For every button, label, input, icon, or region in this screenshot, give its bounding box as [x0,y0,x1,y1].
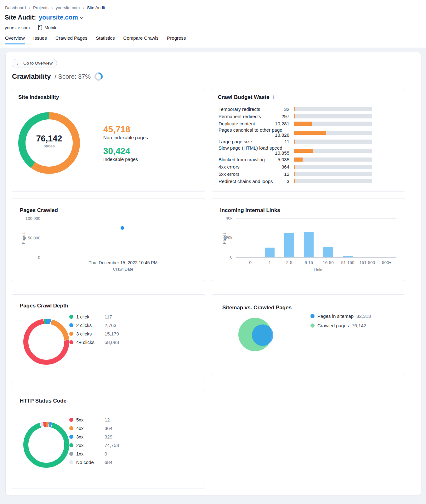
x-axis-tick: 0 [241,260,260,265]
budget-bar-fill [294,172,295,176]
budget-row-line: 5xx errors12 [219,171,289,177]
budget-bar-track [294,158,372,162]
x-axis-line [45,258,202,258]
budget-row-label: 5xx errors [219,171,284,177]
breadcrumb-separator-icon: › [51,6,53,10]
y-axis-tick: 0 [217,255,232,260]
tab-statistics[interactable]: Statistics [96,35,115,44]
budget-row: Temporary redirects32 [219,106,399,113]
legend-item: 1xx0 [69,450,119,457]
legend-dot-icon [69,315,73,319]
budget-row-line: Temporary redirects32 [219,106,289,112]
legend-item: 4+ clicks58,083 [69,339,119,345]
tab-progress[interactable]: Progress [167,35,186,44]
x-axis-line [236,257,396,258]
legend-value: 684 [105,460,112,465]
legend-value: 329 [105,434,112,439]
site-audit-crawlability-page: Dashboard›Projects›yoursite.com›Site Aud… [0,0,426,504]
legend-label: 4xx [76,426,105,431]
left-arrow-icon: ← [16,60,21,66]
budget-row-text: Slow page (HTML) load speed10,855 [219,146,289,156]
legend-dot-icon [69,323,73,327]
budget-row-value: 18,828 [219,133,289,138]
y-axis-tick: 40k [217,216,232,220]
budget-row-line: 4xx errors364 [219,164,289,169]
budget-row-value: 10,281 [275,121,289,126]
legend-value: 117 [105,314,112,319]
info-icon[interactable]: i [273,94,274,100]
budget-bar-track [294,140,372,144]
budget-bar-fill [294,179,295,183]
x-axis-label: Crawl Date [45,267,202,272]
budget-row-line: Duplicate content10,281 [219,121,289,126]
legend-dot-icon [69,418,73,422]
tab-bar: OverviewIssuesCrawled PagesStatisticsCom… [5,35,186,44]
mobile-phone-icon [38,25,42,30]
budget-row-value: 11 [284,139,289,144]
total-pages-unit: pages [18,144,80,148]
tab-issues[interactable]: Issues [33,35,47,44]
budget-row-line: Redirect chains and loops3 [219,179,289,184]
budget-row-text: Large page size11 [219,139,289,144]
budget-row-text: Duplicate content10,281 [219,121,289,126]
legend-dot-icon [69,452,73,456]
indexable-label: Indexable pages [103,157,148,162]
card-title: Site Indexability [18,94,59,100]
legend-item: 3 clicks15,179 [69,330,119,337]
budget-row-text: Pages canonical to other page18,828 [219,128,289,138]
go-to-overview-button[interactable]: ← Go to Overview [12,59,57,67]
x-axis-tick: 1 [260,260,280,265]
budget-bar-track [294,149,372,153]
site-domain: yoursite.com [5,25,30,30]
total-pages-value: 76,142 [18,134,80,143]
legend-value: 0 [105,451,107,456]
budget-row-label: Redirect chains and loops [219,179,287,184]
gridline [236,238,396,238]
non-indexable-label: Non-indexable pages [103,135,148,140]
budget-row-value: 297 [281,114,289,119]
budget-bar-fill [294,149,313,153]
legend-dot-icon [69,435,73,439]
budget-bar-track [294,122,372,126]
legend-label: 2 clicks [76,323,105,328]
y-axis-tick: 0 [18,255,40,260]
legend-item: 2xx74,753 [69,442,119,448]
tab-compare-crawls[interactable]: Compare Crawls [123,35,159,44]
report-panel: ← Go to Overview Crawlability / Score: 3… [5,52,421,495]
bar-1 [265,248,275,257]
budget-row-value: 3 [287,179,289,184]
legend-label: 1xx [76,451,105,456]
non-indexable-value: 45,718 [103,124,148,134]
breadcrumb-item-projects[interactable]: Projects [33,5,48,10]
legend-dot-icon [69,426,73,430]
legend-label: Pages in sitemap [317,313,354,319]
sitemap-venn-diagram [212,295,313,375]
y-axis-label: Pages [222,229,227,248]
pages-crawled-card: Pages Crawled 100,00050,0000PagesThu, De… [12,198,205,281]
budget-row-text: 4xx errors364 [219,164,289,169]
breadcrumb-item-yoursite-com[interactable]: yoursite.com [56,5,80,10]
legend-dot-icon [310,314,315,318]
legend-value: 58,083 [105,340,119,345]
project-selector[interactable]: yoursite.com [39,14,83,21]
budget-bar-fill [294,122,312,126]
sitemap-vs-crawled-card: Sitemap vs. Crawled Pages Pages in sitem… [212,294,405,375]
tab-crawled-pages[interactable]: Crawled Pages [55,35,88,44]
legend-item: 1 click117 [69,313,119,320]
breadcrumb-item-dashboard[interactable]: Dashboard [5,5,26,10]
budget-row-label: Large page size [219,139,284,144]
budget-row: Redirect chains and loops3 [219,178,399,185]
card-title: Pages Crawl Depth [20,303,68,309]
budget-bar-fill [294,140,295,144]
budget-bar-track [294,107,372,111]
go-to-overview-label: Go to Overview [23,61,53,66]
breadcrumb-separator-icon: › [29,6,30,10]
crawl-budget-list: Temporary redirects32Permanent redirects… [219,106,399,185]
legend-label: 1 click [76,314,105,319]
tab-overview[interactable]: Overview [5,35,25,44]
card-title-text: Crawl Budget Waste [218,94,270,100]
crawl-depth-donut-chart [23,319,69,365]
legend-value: 12 [105,417,110,422]
indexability-stats: 45,718 Non-indexable pages 30,424 Indexa… [103,124,148,168]
budget-row-line: Permanent redirects297 [219,114,289,119]
